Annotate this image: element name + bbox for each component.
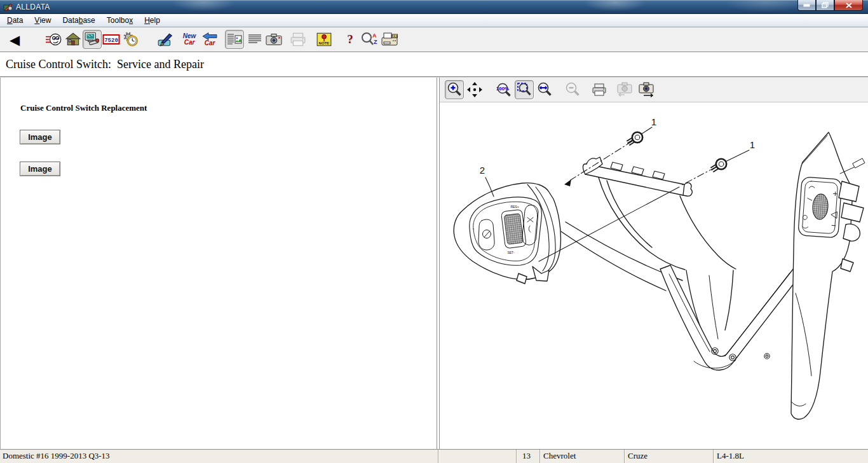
menu-help[interactable]: Help	[139, 14, 166, 27]
print-button[interactable]	[288, 30, 308, 49]
svg-text:FAX: FAX	[392, 35, 398, 38]
close-button[interactable]	[834, 0, 863, 11]
status-model: Cruze	[625, 450, 714, 463]
zoom-in-icon	[446, 81, 463, 98]
callout-2: 2	[480, 165, 485, 176]
window-controls	[797, 0, 863, 11]
menu-database[interactable]: Database	[57, 14, 100, 27]
menu-toolbox[interactable]: Toolbox	[101, 14, 139, 27]
window-title: ALLDATA	[16, 3, 50, 11]
status-make: Chevrolet	[540, 450, 625, 463]
speedy-home-button[interactable]	[44, 30, 64, 49]
note-button[interactable]: NOTE	[315, 30, 334, 49]
left-switch-pod	[454, 183, 560, 284]
minimize-button[interactable]	[797, 0, 816, 11]
text-lines-icon	[247, 32, 262, 47]
pan-button[interactable]	[465, 80, 484, 99]
zoom-in-button[interactable]	[445, 80, 464, 99]
image-toolbar: 100%	[440, 78, 868, 102]
image-viewer-panel: 100%	[439, 78, 868, 449]
mounting-bracket	[583, 157, 692, 196]
callout-1-top: 1	[651, 116, 656, 127]
question-mark-icon: ?	[347, 32, 353, 46]
home-icon	[65, 31, 81, 48]
labor-codes-button[interactable]: 7520	[102, 30, 121, 49]
gear-clock-icon	[122, 31, 139, 48]
printer-icon	[592, 83, 607, 97]
images-button[interactable]	[264, 30, 283, 49]
search-az-icon: A Z	[360, 31, 378, 48]
procedure-heading: Cruise Control Switch Replacement	[20, 103, 437, 113]
previous-image-button[interactable]	[615, 80, 634, 99]
svg-text:100%: 100%	[496, 86, 509, 92]
fit-window-button[interactable]	[515, 80, 534, 99]
restore-button[interactable]	[816, 0, 834, 11]
status-engine: L4-1.8L	[714, 450, 868, 463]
article-panel: Cruise Control Switch Replacement Image …	[0, 78, 437, 449]
fit-width-button[interactable]	[535, 80, 554, 99]
text-images-icon	[226, 32, 243, 47]
text-and-images-button[interactable]	[225, 30, 244, 49]
close-icon	[846, 3, 852, 8]
exploded-view-diagram: RES+ SET-	[440, 102, 868, 449]
printer-icon	[290, 32, 306, 47]
note-pushpin-icon: NOTE	[316, 31, 332, 48]
content-area: Cruise Control Switch Replacement Image …	[0, 77, 868, 449]
code-7520-icon: 7520	[102, 32, 120, 47]
previous-car-button[interactable]: Car	[200, 30, 219, 49]
image-button-2[interactable]: Image	[20, 162, 60, 176]
repair-info-button[interactable]	[83, 30, 102, 49]
res-plus-label: RES+	[510, 205, 519, 209]
steering-column-trim	[561, 177, 736, 339]
help-button[interactable]: ?	[341, 30, 360, 49]
callout-1-right: 1	[750, 139, 755, 150]
zoom-100-icon: 100%	[495, 81, 513, 98]
camera-icon	[265, 32, 283, 47]
home-button[interactable]	[64, 30, 83, 49]
speedy-face-icon	[46, 31, 62, 48]
labor-times-button[interactable]	[121, 30, 140, 49]
right-switch-pod	[791, 132, 865, 419]
fax-icon: FAX	[381, 32, 398, 47]
next-image-icon	[637, 81, 655, 98]
new-car-button[interactable]: New Car	[180, 30, 199, 49]
app-icon	[3, 3, 13, 11]
status-year: 13	[517, 450, 540, 463]
zoom-100-button[interactable]: 100%	[494, 80, 513, 99]
main-toolbar: ◀	[0, 27, 868, 52]
image-button-1[interactable]: Image	[20, 130, 60, 144]
previous-image-icon	[616, 81, 634, 98]
restore-icon	[822, 2, 829, 8]
monitor-tools-icon	[84, 31, 100, 48]
previous-car-icon: Car	[202, 32, 217, 46]
lower-bezel	[660, 265, 803, 370]
back-button[interactable]: ◀	[5, 30, 24, 49]
menubar: Data View Database Toolbox Help	[0, 14, 868, 27]
svg-text:7520: 7520	[104, 38, 118, 44]
print-image-button[interactable]	[590, 80, 609, 99]
fax-button[interactable]: FAX	[380, 30, 399, 49]
menu-view[interactable]: View	[29, 14, 57, 27]
next-image-button[interactable]	[637, 80, 656, 99]
alldata-window: ALLDATA Data View Database	[0, 0, 868, 463]
fit-window-icon	[516, 81, 532, 98]
zoom-out-button[interactable]	[563, 80, 582, 99]
menu-data[interactable]: Data	[1, 14, 29, 27]
pen-pad-icon	[157, 31, 173, 48]
text-only-button[interactable]	[245, 30, 264, 49]
diagram-viewport[interactable]: RES+ SET-	[440, 102, 868, 449]
zoom-out-icon	[564, 81, 581, 98]
new-car-icon: New Car	[183, 33, 196, 46]
set-minus-label: SET-	[507, 251, 514, 254]
statusbar: Domestic #16 1999-2013 Q3-13 13 Chevrole…	[0, 449, 868, 463]
article-title: Cruise Control Switch: Service and Repai…	[0, 52, 868, 77]
search-button[interactable]: A Z	[360, 30, 379, 49]
back-arrow-icon: ◀	[10, 33, 20, 46]
svg-text:A: A	[372, 32, 377, 39]
fit-width-icon	[536, 81, 553, 98]
notes-editor-button[interactable]	[156, 30, 175, 49]
svg-text:NOTE: NOTE	[319, 41, 330, 45]
svg-text:Z: Z	[374, 39, 377, 45]
screw-right	[711, 159, 726, 172]
status-database-version: Domestic #16 1999-2013 Q3-13	[0, 450, 438, 463]
